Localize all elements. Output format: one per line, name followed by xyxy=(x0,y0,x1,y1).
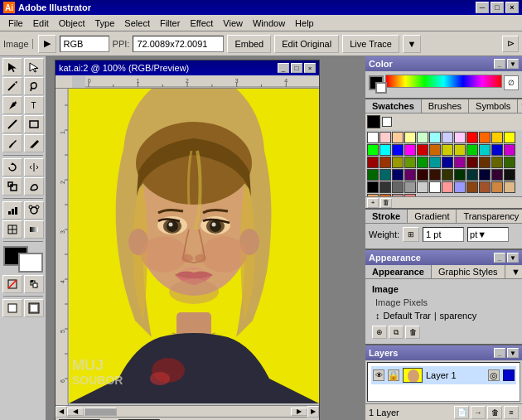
fill-none-btn[interactable] xyxy=(2,275,22,293)
color-swatch[interactable] xyxy=(367,169,379,181)
color-swatch[interactable] xyxy=(379,157,391,168)
embed-button[interactable]: Embed xyxy=(227,35,271,53)
color-swatch[interactable] xyxy=(417,169,428,181)
tab-gradient[interactable]: Gradient xyxy=(408,210,457,223)
color-swatch[interactable] xyxy=(466,181,478,193)
type-tool[interactable]: T xyxy=(24,96,44,114)
color-swatch[interactable] xyxy=(379,169,391,181)
new-layer-btn[interactable]: 📄 xyxy=(454,406,469,419)
color-swatch[interactable] xyxy=(466,132,478,143)
delete-swatch-btn[interactable]: 🗑 xyxy=(380,198,392,208)
color-swatch[interactable] xyxy=(454,144,466,156)
color-swatch[interactable] xyxy=(442,181,453,193)
color-swatch[interactable] xyxy=(392,157,404,168)
symbol-sprayer[interactable] xyxy=(24,201,44,220)
color-swatch[interactable] xyxy=(367,132,379,143)
menu-window[interactable]: Window xyxy=(248,17,290,30)
maximize-button[interactable]: □ xyxy=(491,2,504,13)
color-swatch[interactable] xyxy=(491,144,503,156)
color-swatch[interactable] xyxy=(491,132,503,143)
swatches-panel-menu[interactable]: ▼ xyxy=(518,99,522,113)
menu-select[interactable]: Select xyxy=(119,17,155,30)
color-panel-expand[interactable]: ▼ xyxy=(507,59,519,69)
color-swatch[interactable] xyxy=(417,132,428,143)
color-swatch[interactable] xyxy=(392,169,404,181)
color-swatch[interactable] xyxy=(404,132,416,143)
edit-original-button[interactable]: Edit Original xyxy=(274,35,339,53)
weight-input[interactable]: 1 pt xyxy=(423,227,464,242)
color-swatch[interactable] xyxy=(379,181,391,193)
fg-color-swatch[interactable] xyxy=(369,75,384,90)
new-item-btn[interactable]: ⊕ xyxy=(372,326,387,339)
background-color[interactable] xyxy=(18,253,43,273)
color-swatch[interactable] xyxy=(504,157,515,168)
color-swatch[interactable] xyxy=(367,144,379,156)
tab-symbols[interactable]: Symbols xyxy=(469,99,518,113)
color-swatch[interactable] xyxy=(417,144,428,156)
move-to-layer-btn[interactable]: → xyxy=(471,406,486,419)
color-swatch[interactable] xyxy=(491,169,503,181)
color-swatch[interactable] xyxy=(429,169,441,181)
color-swatch[interactable] xyxy=(491,157,503,168)
minimize-button[interactable]: ─ xyxy=(476,2,489,13)
color-swatch[interactable] xyxy=(442,169,453,181)
color-swatch[interactable] xyxy=(404,181,416,193)
document-canvas[interactable]: MUJ SOUBOR MUJ SOUBOR xyxy=(69,89,319,403)
layer-visibility-btn[interactable]: 👁 xyxy=(373,369,384,381)
appearance-panel-expand[interactable]: ▼ xyxy=(507,253,519,263)
swatch-fg[interactable] xyxy=(367,115,380,128)
tab-stroke[interactable]: Stroke xyxy=(365,210,408,223)
color-swatch[interactable] xyxy=(479,181,491,193)
live-trace-button[interactable]: Live Trace xyxy=(342,35,399,53)
doc-minimize-button[interactable]: _ xyxy=(278,63,289,73)
none-color-btn[interactable]: ∅ xyxy=(504,75,519,90)
rectangle-tool[interactable] xyxy=(24,115,44,133)
appearance-panel-minimize[interactable]: _ xyxy=(494,253,505,263)
color-swatch[interactable] xyxy=(479,169,491,181)
color-swatch[interactable] xyxy=(404,157,416,168)
color-swatch[interactable] xyxy=(491,181,503,193)
weight-stepper-up[interactable]: ⊞ xyxy=(403,227,419,242)
rotate-tool[interactable] xyxy=(2,158,22,176)
lasso-tool[interactable] xyxy=(24,77,44,95)
paintbrush-tool[interactable] xyxy=(2,134,22,152)
reflect-tool[interactable] xyxy=(24,158,44,176)
scroll-nav-left[interactable]: ◀ xyxy=(67,408,84,416)
layer-circle-btn[interactable]: ◎ xyxy=(488,369,500,381)
toolbar-extra-button[interactable]: ⊳ xyxy=(502,36,519,52)
warp-tool[interactable] xyxy=(24,177,44,196)
color-swatch[interactable] xyxy=(379,144,391,156)
color-swatch[interactable] xyxy=(429,132,441,143)
color-swatch[interactable] xyxy=(504,181,515,193)
magic-wand-tool[interactable] xyxy=(2,77,22,95)
color-swatch[interactable] xyxy=(379,194,391,196)
color-swatch[interactable] xyxy=(429,144,441,156)
layers-panel-expand[interactable]: ▼ xyxy=(507,348,519,358)
color-swatch[interactable] xyxy=(454,181,466,193)
layer-options-btn[interactable]: ≡ xyxy=(504,406,519,419)
color-spectrum-bar[interactable] xyxy=(385,75,502,91)
color-swatch[interactable] xyxy=(442,144,453,156)
color-swatch[interactable] xyxy=(392,144,404,156)
horizontal-scrollbar[interactable]: ◀ ◀ ▶ ▶ xyxy=(56,405,319,417)
color-swatch[interactable] xyxy=(429,181,441,193)
color-swatch[interactable] xyxy=(367,194,379,196)
color-swatch[interactable] xyxy=(367,181,379,193)
mesh-tool[interactable] xyxy=(2,220,22,239)
color-swatch[interactable] xyxy=(466,157,478,168)
duplicate-btn[interactable]: ⧉ xyxy=(389,326,404,339)
delete-appearance-btn[interactable]: 🗑 xyxy=(405,326,420,339)
direct-selection-tool[interactable] xyxy=(24,58,44,76)
menu-edit[interactable]: Edit xyxy=(28,17,54,30)
color-swatch[interactable] xyxy=(479,144,491,156)
color-swatch[interactable] xyxy=(442,132,453,143)
color-swatch[interactable] xyxy=(504,132,515,143)
menu-help[interactable]: Help xyxy=(290,17,319,30)
scale-tool[interactable] xyxy=(2,177,22,196)
close-button[interactable]: × xyxy=(505,2,519,13)
play-button[interactable]: ▶ xyxy=(38,35,56,53)
menu-file[interactable]: File xyxy=(3,17,28,30)
swap-colors-btn[interactable] xyxy=(24,275,44,293)
color-swatch[interactable] xyxy=(429,157,441,168)
menu-effect[interactable]: Effect xyxy=(185,17,218,30)
